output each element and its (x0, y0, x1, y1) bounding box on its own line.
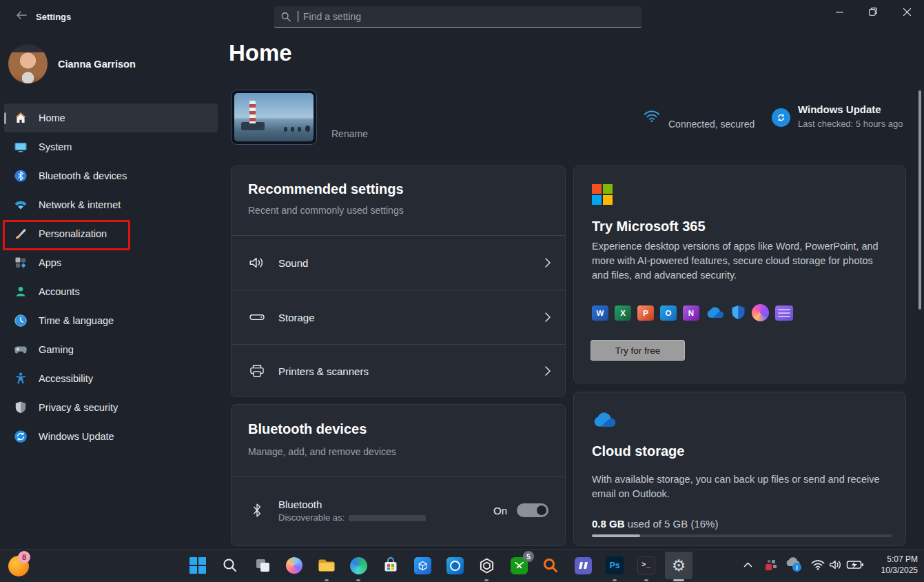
taskbar-search-button[interactable] (216, 552, 244, 579)
sidebar-item-personalization[interactable]: Personalization (4, 219, 218, 248)
avatar[interactable] (8, 44, 48, 83)
sidebar-item-time-language[interactable]: Time & language (4, 306, 218, 335)
sidebar-item-label: Privacy & security (39, 402, 118, 413)
tray-wifi-icon[interactable] (810, 559, 825, 571)
sidebar-item-network[interactable]: Network & internet (4, 190, 218, 219)
taskbar-file-explorer-button[interactable] (313, 552, 340, 579)
word-icon: W (592, 305, 608, 321)
back-button[interactable] (10, 6, 33, 25)
taskbar-outlook-button[interactable] (441, 552, 469, 579)
restore-icon (869, 8, 877, 16)
search-icon (281, 12, 291, 22)
sidebar-item-label: Home (39, 112, 65, 123)
sidebar-item-label: System (39, 141, 72, 152)
personalization-icon (14, 227, 28, 241)
search-input[interactable] (302, 10, 635, 23)
bluetooth-row-label: Bluetooth (278, 499, 426, 510)
microsoft-store-icon (382, 557, 399, 574)
gamepad-icon (14, 343, 28, 357)
accounts-icon (14, 285, 28, 299)
tray-app-icon[interactable] (763, 557, 779, 572)
card-subtitle: Manage, add, and remove devices (248, 446, 396, 457)
running-indicator (644, 579, 648, 581)
taskbar-start-button[interactable] (184, 552, 212, 579)
file-explorer-icon (318, 558, 336, 573)
minimize-button[interactable] (823, 0, 855, 23)
windows-logo-icon (189, 557, 206, 574)
onedrive-icon (706, 306, 725, 319)
sidebar-item-privacy[interactable]: Privacy & security (4, 393, 218, 422)
sidebar-item-gaming[interactable]: Gaming (4, 335, 218, 364)
sidebar-item-label: Accounts (39, 286, 80, 297)
page-title: Home (229, 40, 292, 66)
close-button[interactable] (891, 0, 923, 23)
active-running-indicator (673, 579, 684, 581)
terminal-icon: >_ (637, 556, 655, 574)
task-view-icon (255, 558, 270, 573)
scrollbar-thumb[interactable] (918, 90, 921, 310)
sidebar-item-system[interactable]: System (4, 132, 218, 161)
taskbar-chatgpt-button[interactable] (473, 552, 500, 579)
sea-post (305, 126, 310, 132)
sidebar-item-accounts[interactable]: Accounts (4, 277, 218, 306)
card-title: Recommended settings (248, 181, 404, 197)
taskbar-terminal-button[interactable]: >_ (633, 552, 660, 579)
chevron-up-icon (743, 562, 752, 568)
taskbar-task-view-button[interactable] (249, 552, 276, 579)
search-box[interactable] (274, 6, 641, 28)
setting-row-storage[interactable]: Storage (232, 290, 565, 344)
taskbar-clock[interactable]: 5:07 PM 10/3/2025 (863, 554, 918, 576)
taskbar-search-app-button[interactable] (537, 552, 564, 579)
bluetooth-toggle[interactable] (517, 503, 548, 517)
redacted-device-name (349, 515, 426, 521)
sea-post (298, 127, 301, 132)
sea-post (291, 127, 294, 132)
taskbar-store-button[interactable] (377, 552, 404, 579)
sidebar-item-bluetooth[interactable]: Bluetooth & devices (4, 161, 218, 190)
bluetooth-devices-card: Bluetooth devices Manage, add, and remov… (231, 404, 566, 546)
defender-icon (731, 305, 746, 321)
sidebar-item-accessibility[interactable]: Accessibility (4, 364, 218, 393)
office-apps-row: W X P O N (592, 304, 793, 321)
xbox-badge: 5 (523, 551, 534, 562)
setting-row-printers[interactable]: Printers & scanners (232, 344, 565, 397)
minimize-icon (836, 8, 843, 16)
running-indicator (613, 579, 617, 581)
microsoft-logo (592, 184, 613, 205)
taskbar-mattermost-button[interactable] (569, 552, 597, 579)
sidebar-item-label: Bluetooth & devices (39, 170, 127, 181)
try-for-free-button[interactable]: Try for free (591, 340, 685, 361)
sidebar-item-home[interactable]: Home (4, 103, 218, 132)
tray-volume-icon[interactable] (828, 558, 843, 572)
designer-icon (752, 304, 769, 321)
chevron-right-icon (544, 365, 551, 377)
printer-icon (248, 363, 266, 379)
tray-onedrive-status-icon[interactable]: i (784, 556, 803, 574)
toggle-state-label: On (493, 505, 507, 516)
clock-icon (14, 314, 28, 328)
sidebar-item-apps[interactable]: Apps (4, 248, 218, 277)
taskbar-photoshop-button[interactable]: Ps (601, 552, 628, 579)
settings-window: Settings Cianna Garrison Home System Blu… (0, 0, 924, 582)
taskbar-dev-app-button[interactable] (409, 552, 436, 579)
sidebar-item-windows-update[interactable]: Windows Update (4, 422, 218, 451)
wifi-status-icon (643, 109, 661, 123)
card-description: Experience desktop versions of apps like… (592, 239, 892, 283)
taskbar-copilot-button[interactable] (280, 552, 308, 579)
setting-row-sound[interactable]: Sound (232, 236, 565, 290)
taskbar-edge-button[interactable] (345, 552, 372, 579)
tray-battery-icon[interactable] (846, 559, 864, 571)
purple-app-icon (575, 557, 592, 574)
rename-button[interactable]: Rename (331, 128, 368, 139)
photoshop-icon: Ps (606, 556, 624, 574)
network-status-label: Connected, secured (668, 119, 754, 130)
bluetooth-toggle-row[interactable]: Bluetooth Discoverable as: On (232, 477, 565, 543)
running-indicator (356, 579, 360, 581)
taskbar-settings-button[interactable]: ⚙ (665, 552, 692, 579)
sidebar-item-label: Network & internet (39, 199, 121, 210)
onenote-icon: N (683, 305, 699, 321)
widget-badge: 8 (18, 551, 30, 563)
restore-button[interactable] (857, 0, 889, 23)
tray-chevron-button[interactable] (739, 556, 757, 574)
outlook-icon: O (660, 305, 677, 321)
